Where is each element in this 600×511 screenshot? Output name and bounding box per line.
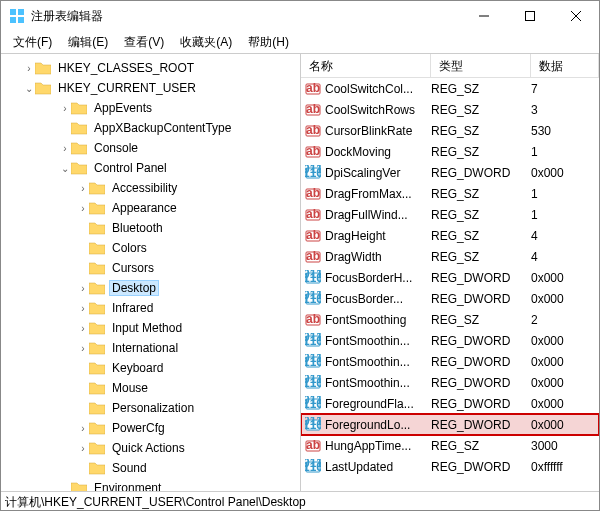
close-button[interactable] [553,1,599,31]
value-row[interactable]: 011110ForegroundLo...REG_DWORD0x000 [301,414,599,435]
svg-text:ab: ab [306,228,320,242]
tree-item[interactable]: Colors [1,238,300,258]
value-row[interactable]: abCoolSwitchCol...REG_SZ7 [301,78,599,99]
tree-item[interactable]: ›Console [1,138,300,158]
expand-icon[interactable]: › [77,183,89,194]
value-row[interactable]: 011110FontSmoothin...REG_DWORD0x000 [301,330,599,351]
tree-label: Mouse [109,380,151,396]
tree-panel[interactable]: ›HKEY_CLASSES_ROOT⌄HKEY_CURRENT_USER›App… [1,53,301,491]
tree-item[interactable]: Cursors [1,258,300,278]
tree-item[interactable]: Keyboard [1,358,300,378]
svg-text:110: 110 [305,271,321,285]
minimize-icon [479,11,489,21]
expand-icon[interactable]: › [77,203,89,214]
value-row[interactable]: abDragFullWind...REG_SZ1 [301,204,599,225]
tree-item[interactable]: ›International [1,338,300,358]
menu-edit[interactable]: 编辑(E) [60,32,116,53]
maximize-button[interactable] [507,1,553,31]
value-row[interactable]: 011110DpiScalingVerREG_DWORD0x000 [301,162,599,183]
tree-item[interactable]: ›Appearance [1,198,300,218]
tree-label: Control Panel [91,160,170,176]
tree-item[interactable]: ›PowerCfg [1,418,300,438]
expand-icon[interactable]: › [23,63,35,74]
value-type: REG_DWORD [431,376,531,390]
value-row[interactable]: abHungAppTime...REG_SZ3000 [301,435,599,456]
tree-item[interactable]: ⌄HKEY_CURRENT_USER [1,78,300,98]
value-data: 0x000 [531,355,599,369]
value-row[interactable]: abDragHeightREG_SZ4 [301,225,599,246]
svg-text:ab: ab [306,186,320,200]
svg-rect-5 [526,12,535,21]
svg-rect-1 [18,9,24,15]
value-row[interactable]: 011110LastUpdatedREG_DWORD0xffffff [301,456,599,477]
value-row[interactable]: 011110FontSmoothin...REG_DWORD0x000 [301,372,599,393]
value-data: 0xffffff [531,460,599,474]
string-value-icon: ab [305,228,321,244]
value-type: REG_DWORD [431,166,531,180]
expand-icon[interactable]: › [77,443,89,454]
tree-item[interactable]: ›HKEY_CLASSES_ROOT [1,58,300,78]
value-row[interactable]: 011110FocusBorderH...REG_DWORD0x000 [301,267,599,288]
expand-icon[interactable]: ⌄ [23,83,35,94]
expand-icon[interactable]: › [77,323,89,334]
svg-text:110: 110 [305,460,321,474]
value-row[interactable]: abCoolSwitchRowsREG_SZ3 [301,99,599,120]
menu-view[interactable]: 查看(V) [116,32,172,53]
svg-text:ab: ab [306,102,320,116]
tree-label: HKEY_CURRENT_USER [55,80,199,96]
tree-item[interactable]: Sound [1,458,300,478]
tree-item[interactable]: ⌄Control Panel [1,158,300,178]
header-type[interactable]: 类型 [431,54,531,77]
tree-item[interactable]: AppXBackupContentType [1,118,300,138]
tree-item[interactable]: ›AppEvents [1,98,300,118]
value-name: DragFullWind... [325,208,431,222]
dword-value-icon: 011110 [305,291,321,307]
values-list[interactable]: abCoolSwitchCol...REG_SZ7abCoolSwitchRow… [301,78,599,491]
tree-label: Keyboard [109,360,166,376]
tree-item[interactable]: ›Input Method [1,318,300,338]
folder-icon [89,201,105,215]
menu-help[interactable]: 帮助(H) [240,32,297,53]
titlebar: 注册表编辑器 [1,1,599,31]
folder-icon [89,381,105,395]
maximize-icon [525,11,535,21]
expand-icon[interactable]: › [77,423,89,434]
expand-icon[interactable]: › [77,303,89,314]
tree-item[interactable]: ›Accessibility [1,178,300,198]
value-row[interactable]: abCursorBlinkRateREG_SZ530 [301,120,599,141]
value-data: 0x000 [531,418,599,432]
tree-item[interactable]: Bluetooth [1,218,300,238]
value-row[interactable]: 011110FontSmoothin...REG_DWORD0x000 [301,351,599,372]
minimize-button[interactable] [461,1,507,31]
header-name[interactable]: 名称 [301,54,431,77]
dword-value-icon: 011110 [305,375,321,391]
value-row[interactable]: abDockMovingREG_SZ1 [301,141,599,162]
expand-icon[interactable]: › [77,283,89,294]
tree-item[interactable]: ›Quick Actions [1,438,300,458]
expand-icon[interactable]: › [59,143,71,154]
tree-item[interactable]: ›Desktop [1,278,300,298]
menubar: 文件(F) 编辑(E) 查看(V) 收藏夹(A) 帮助(H) [1,31,599,53]
tree-label: Bluetooth [109,220,166,236]
value-row[interactable]: abDragFromMax...REG_SZ1 [301,183,599,204]
value-row[interactable]: abDragWidthREG_SZ4 [301,246,599,267]
expand-icon[interactable]: ⌄ [59,163,71,174]
expand-icon[interactable]: › [59,103,71,114]
tree-label: Environment [91,480,164,491]
menu-file[interactable]: 文件(F) [5,32,60,53]
value-row[interactable]: abFontSmoothingREG_SZ2 [301,309,599,330]
header-data[interactable]: 数据 [531,54,599,77]
value-data: 0x000 [531,397,599,411]
value-data: 0x000 [531,334,599,348]
value-name: FontSmoothin... [325,334,431,348]
tree-item[interactable]: Mouse [1,378,300,398]
folder-icon [71,101,87,115]
string-value-icon: ab [305,102,321,118]
value-row[interactable]: 011110ForegroundFla...REG_DWORD0x000 [301,393,599,414]
tree-item[interactable]: Personalization [1,398,300,418]
menu-favorites[interactable]: 收藏夹(A) [172,32,240,53]
value-row[interactable]: 011110FocusBorder...REG_DWORD0x000 [301,288,599,309]
tree-item[interactable]: ›Infrared [1,298,300,318]
tree-item[interactable]: Environment [1,478,300,491]
expand-icon[interactable]: › [77,343,89,354]
